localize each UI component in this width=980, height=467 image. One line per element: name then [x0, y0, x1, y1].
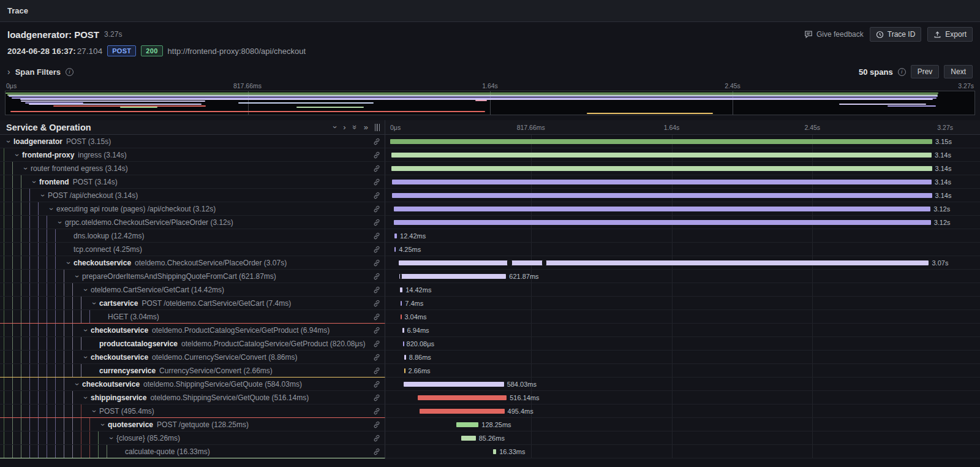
span-name-cell[interactable]: ›checkoutserviceoteldemo.ShippingService…	[0, 378, 385, 391]
span-bar[interactable]	[392, 193, 932, 198]
span-name-cell[interactable]: ›loadgeneratorPOST (3.15s)	[0, 135, 385, 148]
span-bar[interactable]	[456, 422, 478, 427]
span-bar[interactable]	[399, 260, 929, 265]
span-name-cell[interactable]: ›POST (495.4ms)	[0, 404, 385, 418]
span-row[interactable]: HGET (3.04ms)3.04ms	[0, 310, 980, 324]
trace-id-button[interactable]: Trace ID	[870, 27, 922, 42]
span-bar[interactable]	[391, 166, 932, 171]
span-bar[interactable]	[391, 153, 932, 158]
chevron-down-icon[interactable]: ›	[19, 164, 32, 173]
chevron-down-icon[interactable]: ›	[96, 420, 110, 430]
span-row[interactable]: currencyserviceCurrencyService/Convert (…	[0, 364, 980, 378]
span-filters-label[interactable]: Span Filters	[15, 67, 61, 77]
span-timeline-cell[interactable]: 128.25ms	[385, 418, 980, 431]
span-row[interactable]: calculate-quote (16.33ms)16.33ms	[0, 445, 980, 458]
span-name-cell[interactable]: calculate-quote (16.33ms)	[0, 445, 385, 458]
span-bar[interactable]	[404, 382, 504, 387]
span-name-cell[interactable]: ›POST /api/checkout (3.14s)	[0, 189, 385, 202]
column-resize-grip-icon[interactable]	[375, 124, 380, 131]
span-row[interactable]: ›router frontend egress (3.14s)3.14s	[0, 162, 980, 175]
span-link-icon[interactable]	[373, 165, 380, 172]
span-link-icon[interactable]	[373, 219, 380, 226]
chevron-down-icon[interactable]: ›	[70, 271, 84, 281]
span-name-cell[interactable]: ›oteldemo.CartService/GetCart (14.42ms)	[0, 283, 385, 297]
span-bar[interactable]	[394, 220, 931, 225]
span-name-cell[interactable]: ›prepareOrderItemsAndShippingQuoteFromCa…	[0, 270, 385, 283]
span-timeline-cell[interactable]: 16.33ms	[385, 445, 980, 458]
span-link-icon[interactable]	[373, 367, 380, 374]
span-bar[interactable]	[399, 274, 507, 279]
span-link-icon[interactable]	[373, 151, 380, 159]
span-bar[interactable]	[403, 341, 404, 346]
span-link-icon[interactable]	[373, 435, 380, 442]
span-name-cell[interactable]: ›frontendPOST (3.14s)	[0, 175, 385, 189]
span-name-cell[interactable]: tcp.connect (4.25ms)	[0, 243, 385, 256]
span-name-cell[interactable]: ›executing api route (pages) /api/checko…	[0, 202, 385, 216]
span-bar[interactable]	[420, 409, 505, 414]
span-row[interactable]: ›prepareOrderItemsAndShippingQuoteFromCa…	[0, 270, 980, 283]
span-timeline-cell[interactable]: 3.14s	[385, 175, 980, 189]
span-row[interactable]: dns.lookup (12.42ms)12.42ms	[0, 229, 980, 243]
span-timeline-cell[interactable]: 3.14s	[385, 162, 980, 175]
span-link-icon[interactable]	[373, 205, 380, 213]
span-bar[interactable]	[394, 207, 931, 211]
chevron-right-icon[interactable]: ›	[7, 67, 10, 77]
chevron-down-icon[interactable]: ›	[10, 150, 24, 160]
span-bar[interactable]	[402, 328, 404, 333]
chevron-down-icon[interactable]: ›	[53, 218, 67, 227]
chevron-down-icon[interactable]: ›	[45, 204, 58, 214]
span-name-cell[interactable]: ›grpc.oteldemo.CheckoutService/PlaceOrde…	[0, 216, 385, 229]
span-timeline-cell[interactable]: 3.07s	[385, 256, 980, 270]
span-bar[interactable]	[404, 355, 406, 360]
span-timeline-cell[interactable]: 2.66ms	[385, 364, 980, 378]
span-timeline-cell[interactable]: 4.25ms	[385, 243, 980, 256]
span-row[interactable]: ›executing api route (pages) /api/checko…	[0, 202, 980, 216]
span-timeline-cell[interactable]: 3.14s	[385, 148, 980, 162]
span-bar[interactable]	[404, 368, 405, 373]
span-bar[interactable]	[401, 301, 402, 306]
chevron-down-icon[interactable]: ›	[79, 325, 92, 335]
span-row[interactable]: ›checkoutserviceoteldemo.ShippingService…	[0, 378, 980, 391]
chevron-down-icon[interactable]: ›	[79, 285, 92, 295]
span-link-icon[interactable]	[373, 327, 380, 334]
span-name-cell[interactable]: ›checkoutserviceoteldemo.CurrencyService…	[0, 351, 385, 364]
span-bar[interactable]	[390, 139, 932, 144]
span-link-icon[interactable]	[373, 192, 380, 199]
span-bar[interactable]	[461, 436, 476, 441]
span-link-icon[interactable]	[373, 138, 380, 145]
span-row[interactable]: ›{closure} (85.26ms)85.26ms	[0, 431, 980, 445]
span-row[interactable]: ›quoteservicePOST /getquote (128.25ms)12…	[0, 418, 980, 431]
span-timeline-cell[interactable]: 3.14s	[385, 189, 980, 202]
span-timeline-cell[interactable]: 516.14ms	[385, 391, 980, 404]
span-link-icon[interactable]	[373, 408, 380, 415]
span-link-icon[interactable]	[373, 259, 380, 267]
span-link-icon[interactable]	[373, 354, 380, 361]
span-row[interactable]: ›grpc.oteldemo.CheckoutService/PlaceOrde…	[0, 216, 980, 229]
chevron-down-icon[interactable]: ›	[79, 393, 92, 403]
chevron-down-icon[interactable]: ›	[62, 258, 75, 268]
span-row[interactable]: productcatalogserviceoteldemo.ProductCat…	[0, 337, 980, 351]
collapse-all-icon[interactable]: »	[350, 125, 360, 129]
chevron-down-icon[interactable]: ›	[79, 352, 92, 362]
span-row[interactable]: ›checkoutserviceoteldemo.CheckoutService…	[0, 256, 980, 270]
span-timeline-cell[interactable]: 621.87ms	[385, 270, 980, 283]
span-timeline-cell[interactable]: 3.15s	[385, 135, 980, 148]
span-bar[interactable]	[418, 395, 507, 400]
expand-all-icon[interactable]: »	[364, 123, 368, 132]
span-name-cell[interactable]: dns.lookup (12.42ms)	[0, 229, 385, 243]
span-name-cell[interactable]: productcatalogserviceoteldemo.ProductCat…	[0, 337, 385, 351]
chevron-down-icon[interactable]: ›	[88, 406, 101, 416]
span-timeline-cell[interactable]: 820.08μs	[385, 337, 980, 351]
span-timeline-cell[interactable]: 3.04ms	[385, 310, 980, 324]
span-link-icon[interactable]	[373, 448, 380, 455]
span-name-cell[interactable]: currencyserviceCurrencyService/Convert (…	[0, 364, 385, 378]
minimap-canvas[interactable]	[5, 91, 975, 115]
span-name-cell[interactable]: ›router frontend egress (3.14s)	[0, 162, 385, 175]
span-link-icon[interactable]	[373, 273, 380, 280]
span-row[interactable]: ›checkoutserviceoteldemo.ProductCatalogS…	[0, 324, 980, 337]
span-name-cell[interactable]: ›checkoutserviceoteldemo.ProductCatalogS…	[0, 324, 385, 337]
span-row[interactable]: ›oteldemo.CartService/GetCart (14.42ms)1…	[0, 283, 980, 297]
span-timeline-cell[interactable]: 584.03ms	[385, 378, 980, 391]
span-row[interactable]: ›frontendPOST (3.14s)3.14s	[0, 175, 980, 189]
span-bar[interactable]	[401, 314, 402, 319]
